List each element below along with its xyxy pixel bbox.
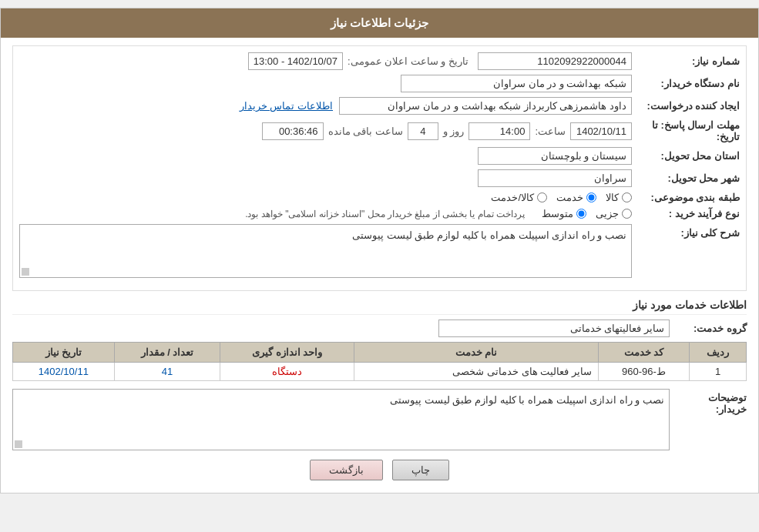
th-date: تاریخ نیاز <box>13 343 115 363</box>
category-radio-3-label: کالا/خدمت <box>491 192 534 203</box>
category-radio-1[interactable] <box>622 192 632 202</box>
row-category: طبقه بندی موضوعی: کالا خدمت کالا/خدمت <box>19 192 740 203</box>
category-label: طبقه بندی موضوعی: <box>632 192 740 203</box>
creator-label: ایجاد کننده درخواست: <box>632 100 740 112</box>
row-creator: ایجاد کننده درخواست: داود هاشمرزهی کاربر… <box>19 97 740 115</box>
general-desc-value: نصب و راه اندازی اسپیلت همراه با کلیه لو… <box>352 229 626 241</box>
category-radio-3[interactable] <box>537 192 547 202</box>
process-radio-item-1: جزیی <box>596 208 632 219</box>
td-qty: 41 <box>114 363 220 381</box>
button-row: چاپ بازگشت <box>12 460 747 480</box>
row-buyer-name: نام دستگاه خریدار: شبکه بهداشت و در مان … <box>19 75 740 92</box>
category-radio-2-label: خدمت <box>556 192 583 203</box>
group-label: گروه خدمت: <box>670 323 747 334</box>
buyer-desc-content: نصب و راه اندازی اسپیلت همراه با کلیه لو… <box>12 389 670 450</box>
deadline-date: 1402/10/11 <box>570 122 632 140</box>
services-section: اطلاعات خدمات مورد نیاز گروه خدمت: سایر … <box>12 299 747 381</box>
row-province: استان محل تحویل: سیستان و بلوچستان <box>19 147 740 165</box>
creator-value: داود هاشمرزهی کاربرداز شبکه بهداشت و در … <box>339 97 632 115</box>
process-radio-2[interactable] <box>576 209 586 219</box>
services-table: ردیف کد خدمت نام خدمت واحد اندازه گیری ت… <box>12 342 747 381</box>
date-value: 1402/10/07 - 13:00 <box>248 52 343 70</box>
category-radio-item-3: کالا/خدمت <box>491 192 547 203</box>
table-row: 1 ط-96-960 سایر فعالیت های خدماتی شخصی د… <box>13 363 747 381</box>
deadline-label: مهلت ارسال پاسخ: تا تاریخ: <box>632 119 740 142</box>
print-button[interactable]: چاپ <box>392 460 449 480</box>
row-deadline: مهلت ارسال پاسخ: تا تاریخ: 1402/10/11 سا… <box>19 119 740 142</box>
group-row: گروه خدمت: سایر فعالیتهای خدماتی <box>12 320 747 337</box>
row-need-number: شماره نیاز: 1102092922000044 تاریخ و ساع… <box>19 52 740 70</box>
process-radio-1-label: جزیی <box>596 208 619 219</box>
category-radio-2[interactable] <box>586 192 596 202</box>
row-general-desc: شرح کلی نیاز: نصب و راه اندازی اسپیلت هم… <box>19 224 740 278</box>
page-title: جزئیات اطلاعات نیاز <box>331 16 428 29</box>
buyer-desc-value: نصب و راه اندازی اسپیلت همراه با کلیه لو… <box>390 394 664 406</box>
page-wrapper: جزئیات اطلاعات نیاز شماره نیاز: 11020929… <box>0 8 759 494</box>
td-code: ط-96-960 <box>598 363 689 381</box>
need-number-value: 1102092922000044 <box>478 52 632 70</box>
process-label: نوع فرآیند خرید : <box>632 208 740 219</box>
row-city: شهر محل تحویل: سراوان <box>19 169 740 187</box>
category-radio-item-2: خدمت <box>556 192 596 203</box>
page-header: جزئیات اطلاعات نیاز <box>1 8 758 38</box>
group-value: سایر فعالیتهای خدماتی <box>438 320 670 337</box>
deadline-days: 4 <box>408 122 438 140</box>
process-radio-1[interactable] <box>622 209 632 219</box>
td-unit: دستگاه <box>220 363 354 381</box>
remaining-value: 00:36:46 <box>262 122 324 140</box>
process-radio-group: جزیی متوسط پرداخت تمام یا بخشی از مبلغ خ… <box>245 208 632 219</box>
buyer-name-value: شبکه بهداشت و در مان سراوان <box>401 75 632 92</box>
deadline-time-label: ساعت: <box>535 125 566 137</box>
buyer-desc-resize[interactable] <box>15 440 22 448</box>
process-radio-item-2: متوسط <box>542 208 586 219</box>
th-unit: واحد اندازه گیری <box>220 343 354 363</box>
province-label: استان محل تحویل: <box>632 150 740 162</box>
row-process: نوع فرآیند خرید : جزیی متوسط پرداخت تمام… <box>19 208 740 219</box>
category-radio-group: کالا خدمت کالا/خدمت <box>491 192 632 203</box>
buyer-desc-box: نصب و راه اندازی اسپیلت همراه با کلیه لو… <box>12 389 670 450</box>
th-code: کد خدمت <box>598 343 689 363</box>
buyer-desc-row: توضیحات خریدار: نصب و راه اندازی اسپیلت … <box>12 389 747 450</box>
category-radio-item-1: کالا <box>606 192 632 203</box>
city-value: سراوان <box>478 169 632 187</box>
remaining-label: ساعت باقی مانده <box>328 125 403 137</box>
general-desc-box: نصب و راه اندازی اسپیلت همراه با کلیه لو… <box>19 224 632 278</box>
main-info-section: شماره نیاز: 1102092922000044 تاریخ و ساع… <box>12 45 747 291</box>
resize-handle[interactable] <box>22 268 29 276</box>
td-name: سایر فعالیت های خدماتی شخصی <box>354 363 599 381</box>
process-radio-2-label: متوسط <box>542 208 573 219</box>
deadline-days-label: روز و <box>443 125 465 137</box>
creator-link[interactable]: اطلاعات تماس خریدار <box>240 100 333 112</box>
category-radio-1-label: کالا <box>606 192 619 203</box>
back-button[interactable]: بازگشت <box>310 460 383 480</box>
th-qty: تعداد / مقدار <box>114 343 220 363</box>
th-name: نام خدمت <box>354 343 599 363</box>
date-label: تاریخ و ساعت اعلان عمومی: <box>348 55 468 67</box>
services-title: اطلاعات خدمات مورد نیاز <box>12 299 747 315</box>
province-value: سیستان و بلوچستان <box>478 147 632 165</box>
general-desc-label: شرح کلی نیاز: <box>632 224 740 239</box>
buyer-name-label: نام دستگاه خریدار: <box>632 78 740 89</box>
td-rownum: 1 <box>690 363 747 381</box>
general-desc-content: نصب و راه اندازی اسپیلت همراه با کلیه لو… <box>19 224 632 278</box>
need-number-label: شماره نیاز: <box>632 55 740 67</box>
td-date: 1402/10/11 <box>13 363 115 381</box>
deadline-time: 14:00 <box>468 122 530 140</box>
th-rownum: ردیف <box>690 343 747 363</box>
buyer-desc-label: توضیحات خریدار: <box>670 389 747 415</box>
city-label: شهر محل تحویل: <box>632 172 740 184</box>
process-note: پرداخت تمام یا بخشی از مبلغ خریدار محل "… <box>245 209 525 219</box>
content-area: شماره نیاز: 1102092922000044 تاریخ و ساع… <box>1 38 758 493</box>
